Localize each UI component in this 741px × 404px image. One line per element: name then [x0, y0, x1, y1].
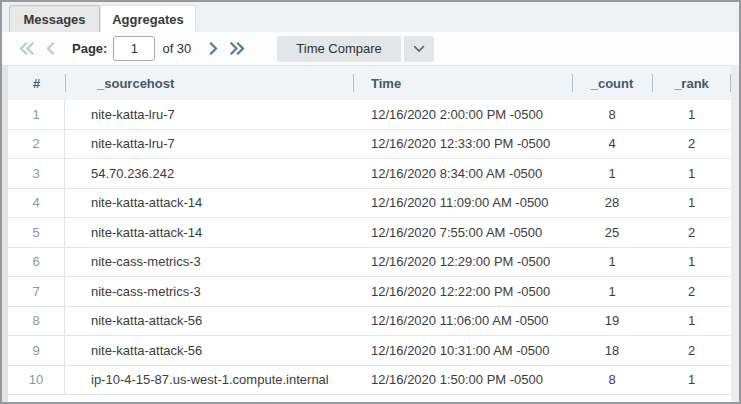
table-row[interactable]: 4 nite-katta-attack-14 12/16/2020 11:09:… [8, 189, 731, 219]
cell-rank: 2 [652, 343, 731, 358]
cell-sourcehost: nite-katta-attack-14 [65, 195, 353, 210]
cell-count: 19 [572, 313, 652, 328]
tab-messages[interactable]: Messages [9, 5, 100, 32]
table-body: 1 nite-katta-lru-7 12/16/2020 2:00:00 PM… [8, 100, 731, 395]
column-header-count[interactable]: _count [572, 66, 652, 100]
row-number: 10 [8, 366, 65, 395]
cell-time: 12/16/2020 11:09:00 AM -0500 [353, 195, 572, 210]
table-zone: # _sourcehost Time _count _rank 1 nite-k… [8, 65, 739, 402]
chevron-left-icon [45, 42, 56, 55]
time-compare-button[interactable]: Time Compare [277, 36, 400, 62]
page-number-input[interactable] [113, 36, 155, 61]
chevron-right-icon [208, 42, 219, 55]
cell-count: 1 [572, 254, 652, 269]
next-page-button[interactable] [201, 37, 225, 61]
time-compare-dropdown-button[interactable] [404, 36, 434, 62]
cell-rank: 1 [652, 313, 731, 328]
row-number: 8 [8, 307, 65, 336]
cell-sourcehost: 54.70.236.242 [65, 166, 353, 181]
aggregates-table: # _sourcehost Time _count _rank 1 nite-k… [8, 65, 731, 402]
cell-time: 12/16/2020 12:22:00 PM -0500 [353, 284, 572, 299]
row-number: 6 [8, 248, 65, 277]
table-row[interactable]: 7 nite-cass-metrics-3 12/16/2020 12:22:0… [8, 277, 731, 307]
page-total-label: of 30 [162, 41, 191, 56]
row-number: 9 [8, 336, 65, 365]
double-chevron-right-icon [229, 42, 246, 55]
cell-sourcehost: nite-cass-metrics-3 [65, 284, 353, 299]
cell-rank: 1 [652, 254, 731, 269]
cell-sourcehost: nite-katta-lru-7 [65, 107, 353, 122]
table-row[interactable]: 6 nite-cass-metrics-3 12/16/2020 12:29:0… [8, 248, 731, 278]
tab-aggregates-label: Aggregates [112, 12, 184, 27]
column-header-num[interactable]: # [8, 66, 65, 100]
cell-rank: 1 [652, 195, 731, 210]
prev-page-button[interactable] [38, 37, 62, 61]
pagination-toolbar: Page: of 30 Time Compare [2, 32, 739, 65]
cell-rank: 2 [652, 136, 731, 151]
table-row[interactable]: 10 ip-10-4-15-87.us-west-1.compute.inter… [8, 366, 731, 396]
column-header-time[interactable]: Time [353, 66, 572, 100]
cell-time: 12/16/2020 1:50:00 PM -0500 [353, 372, 572, 387]
row-number: 2 [8, 130, 65, 159]
cell-count: 8 [572, 107, 652, 122]
table-row[interactable]: 9 nite-katta-attack-56 12/16/2020 10:31:… [8, 336, 731, 366]
cell-count: 1 [572, 284, 652, 299]
cell-time: 12/16/2020 7:55:00 AM -0500 [353, 225, 572, 240]
cell-time: 12/16/2020 8:34:00 AM -0500 [353, 166, 572, 181]
table-row[interactable]: 8 nite-katta-attack-56 12/16/2020 11:06:… [8, 307, 731, 337]
cell-sourcehost: ip-10-4-15-87.us-west-1.compute.internal [65, 372, 353, 387]
cell-sourcehost: nite-katta-lru-7 [65, 136, 353, 151]
row-number: 5 [8, 218, 65, 247]
cell-rank: 1 [652, 107, 731, 122]
double-chevron-left-icon [18, 42, 35, 55]
first-page-button[interactable] [14, 37, 38, 61]
chevron-down-icon [413, 41, 425, 56]
tab-aggregates[interactable]: Aggregates [100, 5, 196, 32]
table-row[interactable]: 1 nite-katta-lru-7 12/16/2020 2:00:00 PM… [8, 100, 731, 130]
cell-rank: 1 [652, 372, 731, 387]
cell-count: 4 [572, 136, 652, 151]
table-row[interactable]: 3 54.70.236.242 12/16/2020 8:34:00 AM -0… [8, 159, 731, 189]
cell-sourcehost: nite-katta-attack-56 [65, 343, 353, 358]
cell-time: 12/16/2020 12:29:00 PM -0500 [353, 254, 572, 269]
aggregates-panel: Messages Aggregates Page: of 30 [0, 0, 741, 404]
cell-sourcehost: nite-cass-metrics-3 [65, 254, 353, 269]
column-header-rank[interactable]: _rank [652, 66, 731, 100]
tab-bar: Messages Aggregates [2, 2, 739, 32]
table-header: # _sourcehost Time _count _rank [8, 65, 731, 100]
vertical-scrollbar[interactable] [731, 65, 739, 402]
cell-count: 1 [572, 166, 652, 181]
cell-rank: 2 [652, 225, 731, 240]
tab-messages-label: Messages [23, 12, 85, 27]
cell-time: 12/16/2020 12:33:00 PM -0500 [353, 136, 572, 151]
table-row[interactable]: 5 nite-katta-attack-14 12/16/2020 7:55:0… [8, 218, 731, 248]
cell-count: 8 [572, 372, 652, 387]
cell-sourcehost: nite-katta-attack-14 [65, 225, 353, 240]
row-number: 7 [8, 277, 65, 306]
column-header-sourcehost[interactable]: _sourcehost [65, 66, 353, 100]
cell-time: 12/16/2020 11:06:00 AM -0500 [353, 313, 572, 328]
page-label: Page: [72, 41, 107, 56]
cell-rank: 1 [652, 166, 731, 181]
row-number: 3 [8, 159, 65, 188]
cell-sourcehost: nite-katta-attack-56 [65, 313, 353, 328]
cell-rank: 2 [652, 284, 731, 299]
row-number: 1 [8, 100, 65, 129]
table-row[interactable]: 2 nite-katta-lru-7 12/16/2020 12:33:00 P… [8, 130, 731, 160]
cell-count: 28 [572, 195, 652, 210]
row-number: 4 [8, 189, 65, 218]
cell-count: 18 [572, 343, 652, 358]
cell-count: 25 [572, 225, 652, 240]
cell-time: 12/16/2020 2:00:00 PM -0500 [353, 107, 572, 122]
last-page-button[interactable] [225, 37, 249, 61]
cell-time: 12/16/2020 10:31:00 AM -0500 [353, 343, 572, 358]
time-compare-split-button: Time Compare [277, 36, 433, 62]
